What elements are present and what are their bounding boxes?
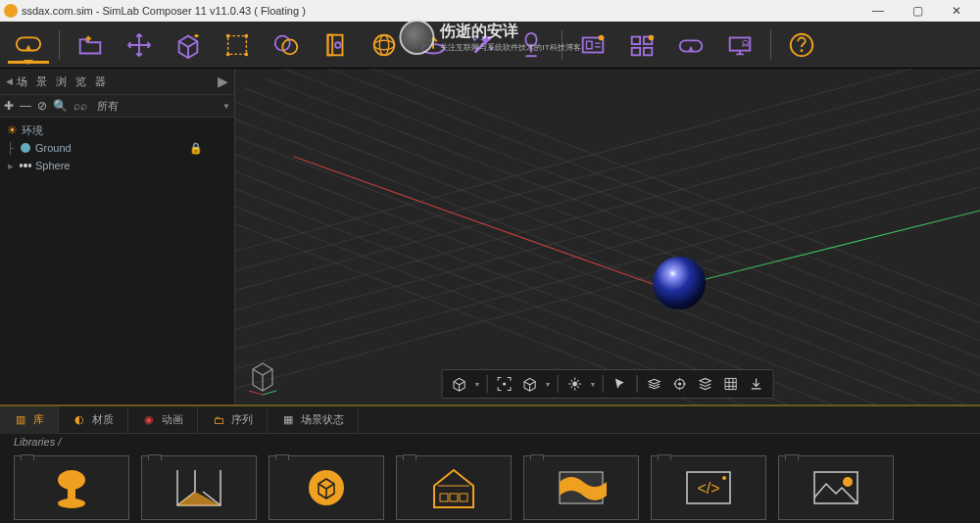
scene-tree: ☀ 环境 ├ Ground 🔒 ▸ Sphere xyxy=(0,118,234,404)
tool-layout-button[interactable] xyxy=(621,26,662,64)
tool-materials-button[interactable] xyxy=(266,26,307,64)
animation-icon: ◉ xyxy=(142,413,156,427)
tab-materials[interactable]: ◐材质 xyxy=(59,406,128,434)
tool-screen-button[interactable] xyxy=(719,26,760,64)
minimize-button[interactable]: — xyxy=(858,0,898,22)
collapse-left-icon[interactable]: ◀ xyxy=(6,76,13,86)
tool-move-button[interactable] xyxy=(119,26,160,64)
vp-target-button[interactable] xyxy=(668,373,690,395)
chevron-down-icon[interactable]: ▼ xyxy=(589,381,596,388)
vp-box-button[interactable] xyxy=(449,373,470,395)
breadcrumb[interactable]: Libraries / xyxy=(0,434,980,452)
sequence-icon: 🗀 xyxy=(212,413,225,427)
vp-down-button[interactable] xyxy=(745,373,766,395)
tool-headset-button[interactable] xyxy=(670,26,711,64)
grid xyxy=(235,69,980,404)
viewport[interactable]: ▼ ▼ ▼ xyxy=(235,69,980,404)
tool-cube-button[interactable] xyxy=(168,26,209,64)
svg-line-41 xyxy=(235,69,980,284)
vp-light-button[interactable] xyxy=(564,373,585,395)
svg-point-59 xyxy=(572,382,577,387)
svg-point-30 xyxy=(801,49,804,52)
svg-point-13 xyxy=(379,34,388,55)
lib-item-code[interactable]: </> xyxy=(651,455,766,520)
watermark-icon xyxy=(399,20,434,55)
tab-sequence[interactable]: 🗀序列 xyxy=(198,406,268,434)
vp-focus-button[interactable] xyxy=(494,373,515,395)
scene-browser-header: ◀ 场 景 浏 览 器 ▶ xyxy=(0,69,234,94)
collapse-right-icon[interactable]: ▶ xyxy=(218,73,228,89)
svg-line-55 xyxy=(323,69,980,382)
sphere-object[interactable] xyxy=(653,257,706,309)
svg-line-56 xyxy=(249,391,263,395)
svg-point-11 xyxy=(374,34,395,55)
svg-rect-24 xyxy=(644,47,652,55)
svg-line-48 xyxy=(235,127,980,404)
svg-point-61 xyxy=(678,382,681,385)
bottom-tabs: ▥库 ◐材质 ◉动画 🗀序列 ▦场景状态 xyxy=(0,406,980,434)
expand-icon[interactable]: ▸ xyxy=(6,160,16,172)
lib-item-flag[interactable] xyxy=(523,455,639,520)
tab-library[interactable]: ▥库 xyxy=(0,406,59,434)
axis-x xyxy=(294,157,666,289)
svg-rect-21 xyxy=(632,36,640,44)
maximize-button[interactable]: ▢ xyxy=(898,0,937,22)
title-ver: v11.0.43 xyxy=(210,5,251,17)
svg-text:</>: </> xyxy=(697,480,719,497)
scene-browser-title: 场 景 浏 览 器 xyxy=(17,74,214,89)
close-button[interactable]: ✕ xyxy=(937,0,976,22)
tool-notes-button[interactable] xyxy=(315,26,356,64)
bino-icon[interactable]: ⌕⌕ xyxy=(74,99,87,113)
svg-point-2 xyxy=(226,33,230,37)
search-button[interactable]: 🔍 xyxy=(53,99,68,113)
tree-row-sphere[interactable]: ▸ Sphere xyxy=(6,157,228,174)
tool-open-button[interactable] xyxy=(70,26,111,64)
tool-select-button[interactable] xyxy=(217,26,258,64)
svg-line-47 xyxy=(265,78,980,404)
svg-rect-1 xyxy=(228,35,247,54)
tool-vr-button[interactable] xyxy=(8,26,49,64)
tab-scene-state[interactable]: ▦场景状态 xyxy=(268,406,359,434)
titlebar: ssdax.com.sim - SimLab Composer 11 v11.0… xyxy=(0,0,980,22)
svg-rect-68 xyxy=(460,494,467,501)
vp-cursor-button[interactable] xyxy=(609,373,630,395)
tab-animation[interactable]: ◉动画 xyxy=(128,406,198,434)
svg-line-46 xyxy=(245,88,980,404)
tree-row-ground[interactable]: ├ Ground 🔒 xyxy=(6,139,228,157)
vp-stack-button[interactable] xyxy=(694,373,715,395)
svg-line-57 xyxy=(263,391,276,395)
svg-point-74 xyxy=(843,477,853,487)
lib-item-room[interactable] xyxy=(141,455,257,520)
library-icon: ▥ xyxy=(14,413,27,427)
watermark-title: 伤逝的安详 xyxy=(440,22,580,42)
lib-item-house[interactable] xyxy=(396,455,512,520)
chevron-down-icon[interactable]: ▼ xyxy=(474,381,481,388)
svg-point-25 xyxy=(649,34,655,40)
svg-point-3 xyxy=(245,33,249,37)
remove-button[interactable]: — xyxy=(20,99,31,113)
lock-icon[interactable]: 🔒 xyxy=(189,142,203,155)
link-button[interactable]: ⊘ xyxy=(37,99,47,113)
svg-rect-19 xyxy=(586,41,592,49)
svg-rect-67 xyxy=(450,494,458,501)
lib-item-chair[interactable] xyxy=(14,455,129,520)
tree-row-env[interactable]: ☀ 环境 xyxy=(6,121,228,139)
view-cube[interactable] xyxy=(243,357,282,397)
filter-dropdown[interactable]: 所有 xyxy=(97,99,119,114)
svg-rect-73 xyxy=(814,472,858,503)
chevron-down-icon[interactable]: ▼ xyxy=(545,381,552,388)
chevron-down-icon[interactable]: ▼ xyxy=(222,102,230,111)
svg-line-35 xyxy=(235,93,980,323)
tree-label: Sphere xyxy=(35,160,70,171)
lib-item-image[interactable] xyxy=(778,455,894,520)
watermark: 伤逝的安详 关注互联网与系统软件技术的IT科技博客 xyxy=(399,20,580,55)
vp-grid-button[interactable] xyxy=(719,373,741,395)
add-button[interactable]: ✚ xyxy=(4,99,14,113)
globe-icon xyxy=(20,142,31,154)
lib-item-box[interactable] xyxy=(269,455,384,520)
tool-help-button[interactable] xyxy=(781,26,822,64)
vp-cube2-button[interactable] xyxy=(519,373,541,395)
svg-line-38 xyxy=(235,152,980,382)
vp-layers-button[interactable] xyxy=(643,373,664,395)
svg-point-65 xyxy=(309,470,344,505)
